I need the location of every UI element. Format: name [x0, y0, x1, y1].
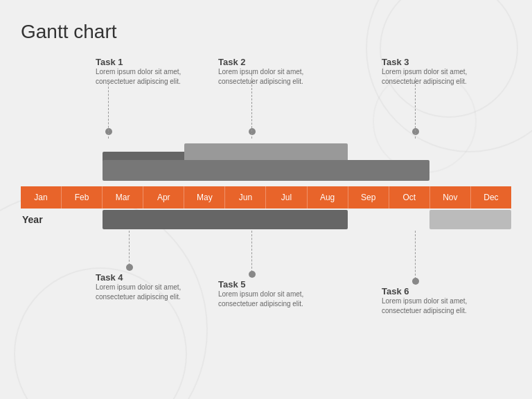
task1-annotation: Task 1 Lorem ipsum dolor sit amet,consec…	[96, 57, 181, 87]
lower-annotations: Task 4 Lorem ipsum dolor sit amet,consec…	[21, 231, 511, 310]
task5-title: Task 5	[218, 279, 246, 290]
task2-desc: Lorem ipsum dolor sit amet,consectetuer …	[218, 67, 303, 87]
month-cell-may: May	[184, 186, 225, 209]
task3-annotation: Task 3 Lorem ipsum dolor sit amet,consec…	[382, 57, 467, 87]
task3-dot	[412, 128, 419, 135]
task6-title: Task 6	[382, 286, 409, 296]
task5-dashed-line	[251, 231, 252, 272]
task3-desc: Lorem ipsum dolor sit amet,consectetuer …	[382, 67, 467, 87]
task6-dot	[412, 278, 419, 285]
month-cell-dec: Dec	[471, 186, 511, 209]
task2-dot	[249, 128, 256, 135]
task3-title: Task 3	[382, 57, 409, 67]
month-cell-jun: Jun	[225, 186, 266, 209]
month-cell-feb: Feb	[62, 186, 103, 209]
task4-desc: Lorem ipsum dolor sit amet,consectetuer …	[96, 283, 181, 302]
chart-title: Gantt chart	[21, 21, 511, 43]
task5-desc: Lorem ipsum dolor sit amet,consectetuer …	[218, 290, 303, 309]
task2-annotation: Task 2 Lorem ipsum dolor sit amet,consec…	[218, 57, 303, 87]
task3-dashed-line	[415, 78, 416, 139]
bar-above-3	[103, 160, 429, 181]
year-label: Year	[21, 214, 43, 225]
month-cell-oct: Oct	[389, 186, 430, 209]
month-cell-apr: Apr	[143, 186, 184, 209]
month-cell-mar: Mar	[103, 186, 143, 209]
bars-above-container	[21, 136, 511, 186]
month-cell-jul: Jul	[266, 186, 307, 209]
task1-dot	[105, 128, 112, 135]
month-cell-nov: Nov	[430, 186, 471, 209]
month-cell-aug: Aug	[308, 186, 348, 209]
bar-below-1	[103, 210, 348, 229]
year-row: Year	[21, 209, 511, 231]
task4-dot	[126, 264, 133, 271]
upper-annotations: Task 1 Lorem ipsum dolor sit amet,consec…	[21, 57, 511, 136]
task4-annotation: Task 4 Lorem ipsum dolor sit amet,consec…	[96, 272, 181, 302]
month-cell-jan: Jan	[21, 186, 62, 209]
task5-dot	[249, 271, 256, 278]
months-row: JanFebMarAprMayJunJulAugSepOctNovDec	[21, 186, 511, 209]
chart-container: Gantt chart Task 1 Lorem ipsum dolor sit…	[21, 21, 511, 385]
task1-dashed-line	[108, 83, 109, 139]
task5-annotation: Task 5 Lorem ipsum dolor sit amet,consec…	[218, 279, 303, 309]
task2-title: Task 2	[218, 57, 246, 67]
task4-dashed-line	[129, 231, 130, 265]
task6-annotation: Task 6 Lorem ipsum dolor sit amet,consec…	[382, 286, 467, 316]
task2-dashed-line	[251, 74, 252, 139]
gantt-wrapper: Task 1 Lorem ipsum dolor sit amet,consec…	[21, 57, 511, 310]
bar-below-2	[429, 210, 511, 229]
task6-dashed-line	[415, 231, 416, 279]
task1-title: Task 1	[96, 57, 123, 67]
month-cell-sep: Sep	[348, 186, 389, 209]
task6-desc: Lorem ipsum dolor sit amet,consectetuer …	[382, 296, 467, 316]
gantt-chart: Task 1 Lorem ipsum dolor sit amet,consec…	[21, 57, 511, 310]
task4-title: Task 4	[96, 272, 123, 283]
